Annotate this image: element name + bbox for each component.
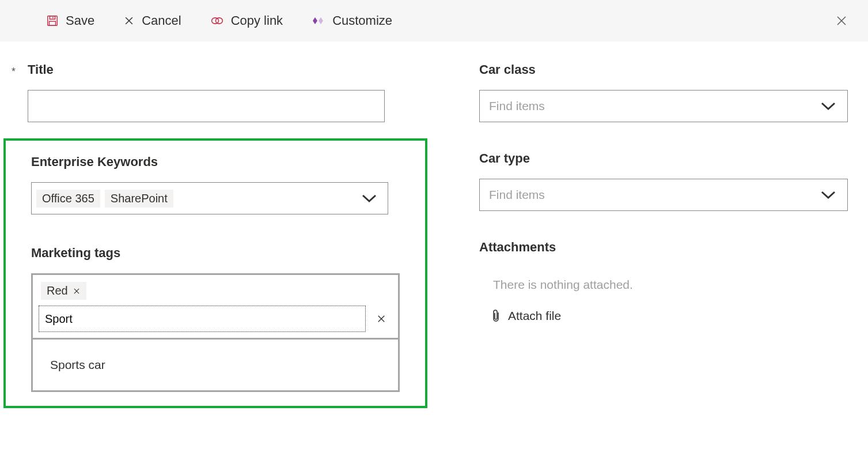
save-icon [46, 14, 59, 27]
marketing-tags-label: Marketing tags [31, 246, 400, 261]
link-icon [210, 15, 224, 27]
attachments-section: Attachments There is nothing attached. A… [479, 240, 848, 323]
suggestions-dropdown: Sports car [33, 338, 398, 390]
chevron-down-icon[interactable] [816, 186, 840, 204]
form-body: * Title Enterprise Keywords Office 365 S… [0, 42, 868, 429]
left-column: * Title Enterprise Keywords Office 365 S… [12, 62, 427, 408]
attachments-label: Attachments [479, 240, 848, 255]
marketing-tags-picker: Red Sports car [31, 273, 400, 392]
svg-point-7 [215, 18, 222, 24]
car-class-lookup[interactable]: Find items [479, 90, 848, 122]
marketing-search-input[interactable] [39, 306, 366, 332]
customize-label: Customize [332, 13, 392, 28]
attach-file-button[interactable]: Attach file [479, 309, 848, 323]
copy-link-label: Copy link [231, 13, 283, 28]
copy-link-button[interactable]: Copy link [210, 13, 283, 28]
attachments-empty-text: There is nothing attached. [479, 267, 848, 309]
close-button[interactable] [832, 12, 851, 30]
marketing-tag[interactable]: Red [41, 282, 86, 300]
cancel-icon [123, 15, 135, 27]
car-type-lookup[interactable]: Find items [479, 179, 848, 211]
keyword-tag[interactable]: Office 365 [36, 190, 100, 208]
enterprise-keywords-label: Enterprise Keywords [31, 154, 400, 169]
svg-point-6 [211, 18, 218, 24]
car-type-field: Car type Find items [479, 151, 848, 211]
right-column: Car class Find items Car type Find items… [479, 62, 848, 323]
title-input[interactable] [28, 90, 385, 122]
car-class-label: Car class [479, 62, 848, 77]
customize-icon [312, 15, 325, 27]
attach-file-label: Attach file [508, 309, 561, 323]
chevron-down-icon[interactable] [816, 97, 840, 115]
cancel-label: Cancel [142, 13, 181, 28]
highlighted-region: Enterprise Keywords Office 365 SharePoin… [3, 138, 427, 408]
save-button[interactable]: Save [46, 13, 94, 28]
clear-search-icon[interactable] [373, 310, 390, 327]
required-asterisk: * [12, 62, 18, 78]
suggestion-item[interactable]: Sports car [50, 356, 381, 374]
save-label: Save [66, 13, 94, 28]
car-class-field: Car class Find items [479, 62, 848, 122]
enterprise-keywords-picker[interactable]: Office 365 SharePoint [31, 182, 388, 214]
svg-rect-2 [50, 21, 56, 25]
toolbar: Save Cancel Copy link Customize [0, 0, 868, 42]
car-class-placeholder: Find items [489, 99, 545, 113]
marketing-tag-label: Red [47, 284, 68, 297]
cancel-button[interactable]: Cancel [123, 13, 181, 28]
car-type-placeholder: Find items [489, 188, 545, 202]
tag-remove-icon[interactable] [73, 287, 81, 295]
car-type-label: Car type [479, 151, 848, 166]
title-label: Title [28, 62, 427, 77]
title-field: * Title [12, 62, 427, 122]
keyword-tag[interactable]: SharePoint [105, 190, 173, 208]
customize-button[interactable]: Customize [312, 13, 392, 28]
chevron-down-icon[interactable] [357, 189, 381, 208]
attachment-icon [491, 309, 501, 323]
